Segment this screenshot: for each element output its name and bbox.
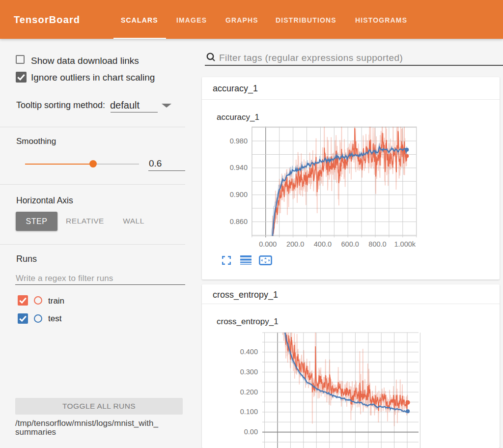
svg-text:0.400: 0.400 bbox=[240, 348, 258, 356]
svg-text:0.940: 0.940 bbox=[230, 164, 248, 171]
svg-text:600.0: 600.0 bbox=[341, 240, 359, 248]
svg-text:0.100: 0.100 bbox=[240, 408, 258, 416]
svg-text:0.860: 0.860 bbox=[230, 218, 248, 225]
svg-text:400.0: 400.0 bbox=[314, 240, 332, 248]
svg-text:800.0: 800.0 bbox=[368, 240, 386, 248]
svg-text:0.000: 0.000 bbox=[259, 240, 277, 248]
svg-text:0.200: 0.200 bbox=[240, 388, 258, 396]
svg-text:0.300: 0.300 bbox=[240, 368, 258, 376]
svg-text:200.0: 200.0 bbox=[286, 240, 304, 248]
svg-text:0.900: 0.900 bbox=[230, 191, 248, 198]
svg-text:1.000k: 1.000k bbox=[394, 240, 416, 248]
svg-text:0.980: 0.980 bbox=[230, 137, 248, 145]
svg-text:0.00: 0.00 bbox=[244, 428, 258, 436]
